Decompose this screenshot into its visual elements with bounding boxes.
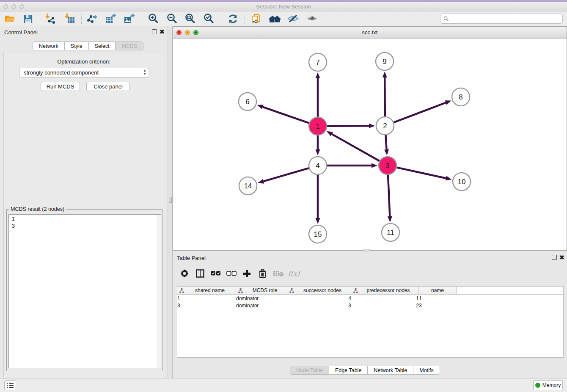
export-image-icon[interactable] [122,12,136,25]
float-panel-icon[interactable] [152,29,157,34]
select-all-checkboxes-icon[interactable] [208,267,223,280]
network-window-titlebar[interactable]: ✕ − + scc.txt [173,27,567,39]
table-cell[interactable]: 1 [419,295,457,302]
network-canvas[interactable]: 7968124314101511 [173,39,567,250]
network-maximize-button[interactable]: + [193,30,198,35]
table-cell[interactable]: dominator [236,302,287,309]
show-eye-icon[interactable] [305,12,319,25]
column-header-shared-name[interactable]: shared name [177,287,236,294]
graph-edge-2-3[interactable] [385,135,386,149]
table-cell[interactable]: 3 [287,302,351,309]
float-table-panel-icon[interactable] [552,255,557,260]
table-row[interactable]: 1dominator411 [177,295,563,302]
graph-node-15[interactable]: 15 [309,225,327,243]
search-input[interactable] [451,16,562,22]
table-cell[interactable]: 1 [177,295,236,302]
graph-edge-arrow [316,218,320,224]
graph-node-11[interactable]: 11 [382,224,399,241]
table-cell[interactable]: 3 [177,302,236,309]
graph-node-2[interactable]: 2 [376,117,394,135]
close-window-button[interactable] [3,4,8,9]
tab-motifs[interactable]: Motifs [413,366,439,374]
close-table-panel-icon[interactable]: ✖ [559,254,564,261]
graph-node-3[interactable]: 3 [379,157,396,174]
toolbar-separator [40,14,40,24]
copy-network-icon[interactable] [249,12,263,25]
graph-node-14[interactable]: 14 [239,177,257,195]
gear-icon[interactable] [176,267,192,280]
graph-node-10[interactable]: 10 [453,173,471,190]
tab-node-table[interactable]: Node Table [290,366,329,374]
control-panel-title: Control Panel [4,29,38,36]
graph-edge-3-1[interactable] [332,134,380,161]
close-panel-icon[interactable]: ✖ [160,28,165,35]
table-cell[interactable]: 2 [351,302,419,309]
delete-column-icon[interactable] [255,267,270,280]
column-header-predecessor-nodes[interactable]: predecessor nodes [351,287,419,294]
zoom-in-icon[interactable] [146,12,160,25]
graph-edge-2-8[interactable] [394,102,446,122]
table-cell[interactable]: 1 [351,295,419,302]
column-header-name[interactable]: name [419,287,457,294]
titlebar[interactable]: Session: New Session [0,2,567,11]
graph-node-4[interactable]: 4 [309,157,327,174]
zoom-window-button[interactable] [19,4,24,9]
import-network-icon[interactable] [43,12,58,25]
graph-edge-4-14[interactable] [263,168,308,181]
home-icon[interactable] [267,12,282,25]
search-box[interactable] [440,14,563,24]
graph-node-9[interactable]: 9 [376,52,394,70]
task-history-button[interactable] [4,380,16,390]
hide-eye-icon[interactable] [286,12,300,25]
table-row[interactable]: 3dominator323 [177,302,563,309]
refresh-layout-icon[interactable] [226,12,240,25]
graph-edge-3-10[interactable] [396,168,446,178]
column-header-MCDS-role[interactable]: MCDS role [236,287,287,294]
graph-node-6[interactable]: 6 [239,93,256,110]
splitter-grip[interactable] [169,197,172,203]
optimization-criterion-select[interactable]: strongly connected component ▲▼ [19,68,149,77]
graph-edge-2-9[interactable] [385,77,385,116]
graph-edge-1-2[interactable] [327,126,369,126]
table-panel: Table Panel ✖ f(x) shared nameMCDS rol [173,251,567,378]
mcds-result-textarea[interactable]: 1 3 [8,214,161,368]
tab-network-table[interactable]: Network Table [368,366,413,374]
zoom-fit-icon[interactable] [183,12,197,25]
tab-network[interactable]: Network [33,42,65,50]
minimize-window-button[interactable] [11,4,16,9]
graph-node-8[interactable]: 8 [452,88,470,106]
graph-edge-1-6[interactable] [263,107,309,123]
tab-mcds[interactable]: MCDS [116,42,143,50]
result-scrollbar[interactable] [157,215,161,368]
run-mcds-button[interactable]: Run MCDS [41,82,80,91]
network-minimize-button[interactable]: − [185,30,190,35]
tab-edge-table[interactable]: Edge Table [329,366,368,374]
table-cell[interactable]: dominator [236,295,287,302]
zoom-out-icon[interactable] [165,12,179,25]
export-network-icon[interactable] [85,12,99,25]
graph-edge-3-11[interactable] [388,175,390,216]
close-panel-button[interactable]: Close panel [86,82,130,91]
add-column-icon[interactable] [239,267,255,280]
toolbar-separator [142,14,142,24]
zoom-selected-icon[interactable] [201,12,216,25]
network-close-button[interactable]: ✕ [176,30,182,35]
column-header-successor-nodes[interactable]: successor nodes [287,287,351,294]
graph-node-7[interactable]: 7 [309,53,327,71]
deselect-all-checkboxes-icon[interactable] [223,267,239,280]
tab-style[interactable]: Style [65,42,89,50]
import-table-icon[interactable] [63,12,77,25]
vertical-splitter[interactable] [168,26,173,378]
memory-label: Memory [542,382,561,388]
tab-select[interactable]: Select [89,42,116,50]
memory-button[interactable]: Memory [533,380,563,390]
open-folder-icon[interactable] [3,12,17,25]
table-cell[interactable]: 3 [419,302,457,309]
graph-node-1[interactable]: 1 [309,117,327,135]
graph-edge-arrow [316,72,320,78]
control-panel: Control Panel ✖ Network Style Select MCD… [0,26,168,378]
save-session-icon[interactable] [21,12,35,25]
export-table-icon[interactable] [103,12,118,25]
table-cell[interactable]: 4 [287,295,351,302]
split-columns-icon[interactable] [192,267,208,280]
